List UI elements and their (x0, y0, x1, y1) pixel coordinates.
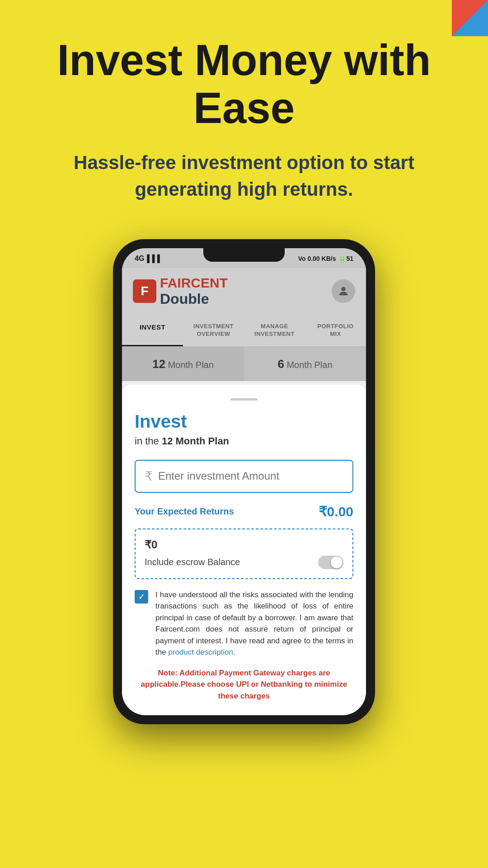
subtitle-text: in the (135, 435, 162, 447)
tab-manage-investment[interactable]: MANAGEINVESTMENT (244, 315, 305, 346)
status-right: Vo 0.00 KB/s 🔋51 (298, 255, 353, 262)
escrow-amount: ₹0 (145, 538, 343, 551)
plan-tabs: 12 Month Plan 6 Month Plan (122, 347, 366, 381)
escrow-toggle[interactable] (318, 556, 343, 569)
invest-subtitle: in the 12 Month Plan (135, 435, 353, 447)
rupee-symbol: ₹ (145, 469, 153, 484)
returns-row: Your Expected Returns ₹0.00 (135, 504, 353, 519)
terms-end: . (233, 648, 235, 656)
hero-subtitle: Hassle-free investment option to start g… (27, 150, 461, 203)
hero-title: Invest Money with Ease (27, 36, 461, 132)
invest-title: Invest (135, 411, 353, 432)
data-speed: Vo 0.00 KB/s (298, 255, 336, 262)
plan-tab-6[interactable]: 6 Month Plan (244, 347, 366, 381)
tab-portfolio-mix[interactable]: PORTFOLIOMIX (305, 315, 366, 346)
returns-value: ₹0.00 (319, 504, 353, 519)
logo-text: FAIRCENT Double (160, 275, 228, 307)
signal-bars: ▌▌▌ (147, 255, 162, 263)
returns-label: Your Expected Returns (135, 505, 234, 517)
nav-tabs: INVEST INVESTMENTOVERVIEW MANAGEINVESTME… (122, 315, 366, 347)
logo-icon: F (133, 279, 156, 303)
plan-tab-12[interactable]: 12 Month Plan (122, 347, 244, 381)
battery-icon: 🔋51 (338, 255, 353, 262)
profile-icon[interactable] (332, 279, 355, 303)
phone-inner: 4G ▌▌▌ 10:58 Vo 0.00 KB/s 🔋51 F FAIRCENT… (122, 248, 366, 715)
drag-handle (230, 398, 258, 401)
content-panel: Invest in the 12 Month Plan ₹ Your Expec… (122, 385, 366, 716)
svg-point-0 (341, 287, 345, 291)
amount-input[interactable] (158, 470, 343, 482)
escrow-row: Include escrow Balance (145, 556, 343, 569)
escrow-label: Include escrow Balance (145, 557, 240, 567)
product-description-link[interactable]: product description (168, 648, 233, 656)
hero-section: Invest Money with Ease Hassle-free inves… (0, 0, 488, 221)
status-left: 4G ▌▌▌ (135, 255, 162, 263)
amount-input-wrapper[interactable]: ₹ (135, 460, 353, 493)
terms-text: I have understood all the risks associat… (155, 589, 353, 658)
network-icon: 4G (135, 255, 144, 263)
terms-checkbox-row: ✓ I have understood all the risks associ… (135, 589, 353, 658)
toggle-knob (331, 557, 343, 568)
app-logo: F FAIRCENT Double (133, 275, 228, 307)
escrow-box: ₹0 Include escrow Balance (135, 528, 353, 579)
payment-note: Note: Additional Payment Gateway charges… (135, 667, 353, 702)
corner-accent-top-right (452, 0, 488, 36)
phone-outer: 4G ▌▌▌ 10:58 Vo 0.00 KB/s 🔋51 F FAIRCENT… (113, 239, 375, 724)
plan-name: 12 Month Plan (162, 435, 229, 447)
phone-wrapper: 4G ▌▌▌ 10:58 Vo 0.00 KB/s 🔋51 F FAIRCENT… (0, 239, 488, 724)
app-header: F FAIRCENT Double (122, 268, 366, 315)
tab-invest[interactable]: INVEST (122, 315, 183, 346)
terms-body: I have understood all the risks associat… (155, 590, 353, 657)
phone-notch (203, 248, 285, 262)
tab-investment-overview[interactable]: INVESTMENTOVERVIEW (183, 315, 244, 346)
terms-checkbox[interactable]: ✓ (135, 590, 148, 604)
